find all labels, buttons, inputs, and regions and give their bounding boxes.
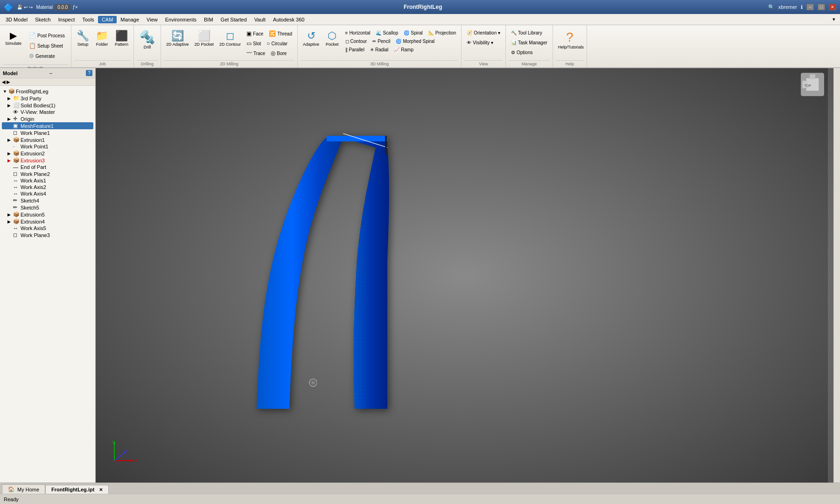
tree-work-plane3[interactable]: ◻ Work Plane3 <box>2 231 93 238</box>
status-bar: Ready <box>0 494 840 504</box>
tree-extrusion3[interactable]: ▶ 📦 Extrusion3 <box>2 157 93 164</box>
task-manager-button[interactable]: 📊Task Manager <box>509 39 550 47</box>
tree-origin[interactable]: ▶ ✛ Origin <box>2 115 93 122</box>
search-box[interactable]: 🔍 <box>768 4 775 10</box>
tree-work-axis4[interactable]: ↔ Work Axis4 <box>2 190 93 197</box>
sidebar-back-btn[interactable]: ◀ <box>2 79 6 84</box>
help-tutorials-label: Help/Tutorials <box>558 45 581 50</box>
menu-environments[interactable]: Environments <box>161 16 200 23</box>
tool-library-button[interactable]: 🔨Tool Library <box>509 29 545 37</box>
menu-tools[interactable]: Tools <box>78 16 98 23</box>
scallop-button[interactable]: 🌊Scallop <box>373 29 400 37</box>
menu-vault[interactable]: Vault <box>251 16 269 23</box>
folder-button[interactable]: 📁 Folder <box>93 29 111 49</box>
tree-extrusion1[interactable]: ▶ 📦 Extrusion1 <box>2 136 93 143</box>
maximize-button[interactable]: □ <box>818 4 825 10</box>
ribbon-group-view: 🧭Orientation ▾ 👁Visibility ▾ View <box>462 25 506 67</box>
morphed-spiral-button[interactable]: 🌀Morphed Spiral <box>393 37 437 45</box>
2d-adaptive-button[interactable]: 🔄 2D Adaptive <box>164 29 191 49</box>
radial-button[interactable]: ✳Radial <box>368 46 391 54</box>
simulate-button[interactable]: ▶ Simulate <box>3 29 24 48</box>
tree-sketch5[interactable]: ✏ Sketch5 <box>2 204 93 211</box>
spiral-button[interactable]: 🌀Spiral <box>401 29 425 37</box>
projection-button[interactable]: 📐Projection <box>426 29 458 37</box>
tab-home[interactable]: 🏠 My Home <box>2 484 45 494</box>
menu-bim[interactable]: BIM <box>200 16 217 23</box>
tab-close-button[interactable]: ✕ <box>99 487 103 492</box>
close-button[interactable]: ✕ <box>829 4 836 10</box>
slot-button[interactable]: ▭Slot <box>244 39 263 48</box>
tree-v-view-master[interactable]: 👁 V-View: Master <box>2 109 93 115</box>
menu-extra[interactable]: ▾ <box>830 15 838 23</box>
adaptive-button[interactable]: ↺ Adaptive <box>301 29 322 49</box>
menu-manage[interactable]: Manage <box>117 16 143 23</box>
info-icon[interactable]: ℹ <box>801 4 803 10</box>
viewport-scrollbar[interactable] <box>828 68 833 483</box>
help-tutorials-button[interactable]: ? Help/Tutorials <box>556 29 584 52</box>
tree-extrusion5[interactable]: ▶ 📦 Extrusion5 <box>2 211 93 218</box>
ribbon-group-3d-milling: ↺ Adaptive ⬡ Pocket ≡Horizontal 🌊Scallop <box>298 25 462 67</box>
material-dropdown[interactable]: Material <box>36 5 53 10</box>
tree-meshfeature1[interactable]: ▣ MeshFeature1 <box>2 122 93 129</box>
menu-view[interactable]: View <box>143 16 161 23</box>
tree-work-plane1[interactable]: ◻ Work Plane1 <box>2 129 93 136</box>
svg-text:Y: Y <box>112 440 115 444</box>
2d-contour-button[interactable]: ◻ 2D Contour <box>217 29 243 49</box>
sidebar-help[interactable]: ? <box>86 70 92 76</box>
minimize-button[interactable]: – <box>806 4 814 10</box>
orientation-button[interactable]: 🧭Orientation ▾ <box>464 29 503 37</box>
setup-button[interactable]: 🔧 Setup <box>74 29 91 49</box>
tree-work-plane2[interactable]: ◻ Work Plane2 <box>2 170 93 177</box>
circular-button[interactable]: ○Circular <box>264 39 290 48</box>
tree-work-axis1[interactable]: ↔ Work Axis1 <box>2 177 93 184</box>
sidebar-collapse[interactable]: – <box>49 70 52 76</box>
contour-button[interactable]: ◻Contour <box>343 37 370 45</box>
tree-work-axis2[interactable]: ↔ Work Axis2 <box>2 184 93 190</box>
tree-extrusion4[interactable]: ▶ 📦 Extrusion4 <box>2 218 93 225</box>
menu-inspect[interactable]: Inspect <box>55 16 78 23</box>
visibility-button[interactable]: 👁Visibility ▾ <box>464 39 496 47</box>
menu-autodesk360[interactable]: Autodesk 360 <box>269 16 308 23</box>
pocket-icon: ⬡ <box>328 31 336 41</box>
ramp-button[interactable]: 📈Ramp <box>392 46 416 54</box>
app-icon: 🔷 <box>4 3 13 12</box>
sidebar-fwd-btn[interactable]: ▶ <box>7 79 10 84</box>
pencil-button[interactable]: ✏Pencil <box>370 37 392 45</box>
bore-icon: ◎ <box>271 50 275 56</box>
post-process-button[interactable]: 📄 Post Process <box>27 31 67 40</box>
generate-button[interactable]: ⚙ Generate <box>27 51 67 61</box>
options-button[interactable]: ⚙Options <box>509 49 535 56</box>
simulate-icon: ▶ <box>10 31 17 40</box>
pocket-button[interactable]: ⬡ Pocket <box>323 29 341 49</box>
pattern-button[interactable]: ⬛ Pattern <box>112 29 131 49</box>
bore-button[interactable]: ◎Bore <box>268 49 289 58</box>
visibility-icon: 👁 <box>467 40 471 45</box>
tree-frontrightleg[interactable]: ▼ 📦 FrontRightLeg <box>2 88 93 95</box>
3d-viewport[interactable]: X Y Z TOP <box>96 68 833 483</box>
pattern-icon: ⬛ <box>115 31 128 41</box>
2d-pocket-button[interactable]: ⬜ 2D Pocket <box>192 29 217 49</box>
menu-cam[interactable]: CAM <box>98 16 117 23</box>
trace-button[interactable]: 〰Trace <box>244 49 267 58</box>
tree-extrusion2[interactable]: ▶ 📦 Extrusion2 <box>2 150 93 157</box>
menu-3d-model[interactable]: 3D Model <box>2 16 31 23</box>
menu-get-started[interactable]: Get Started <box>217 16 251 23</box>
tree-end-of-part[interactable]: — End of Part <box>2 164 93 170</box>
tab-frontrightleg[interactable]: FrontRightLeg.ipt ✕ <box>45 485 109 494</box>
thread-button[interactable]: 🔀Thread <box>266 29 294 38</box>
options-icon: ⚙ <box>511 50 515 55</box>
tree-work-point1[interactable]: · Work Point1 <box>2 143 93 150</box>
setup-sheet-button[interactable]: 📋 Setup Sheet <box>27 41 67 50</box>
title-bar-left: 🔷 💾 ↩ ↪ Material 0.0.0 ƒ× <box>4 3 78 12</box>
face-button[interactable]: ▣Face <box>244 29 266 38</box>
tree-sketch4[interactable]: ✏ Sketch4 <box>2 197 93 204</box>
drill-button[interactable]: 🔩 Drill <box>137 29 158 52</box>
tree-solid-bodies[interactable]: ▶ ⬜ Solid Bodies(1) <box>2 102 93 109</box>
menu-bar: 3D Model Sketch Inspect Tools CAM Manage… <box>0 14 840 25</box>
nav-cube[interactable]: TOP <box>801 73 824 96</box>
menu-sketch[interactable]: Sketch <box>31 16 55 23</box>
tree-3rd-party[interactable]: ▶ 📁 3rd Party <box>2 95 93 102</box>
tree-work-axis5[interactable]: ↔ Work Axis5 <box>2 225 93 231</box>
horizontal-button[interactable]: ≡Horizontal <box>343 29 373 37</box>
parallel-button[interactable]: ∥Parallel <box>343 46 367 54</box>
